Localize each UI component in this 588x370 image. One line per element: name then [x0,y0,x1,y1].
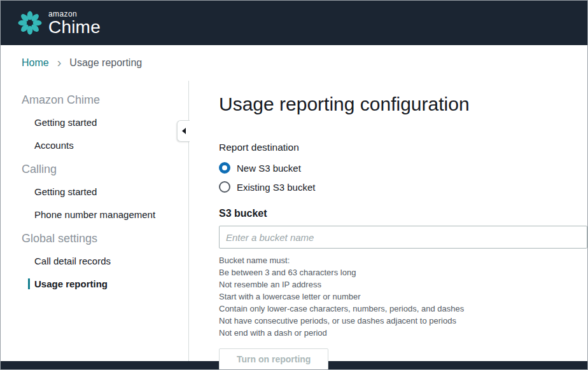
main-panel: Usage reporting configuration Report des… [189,81,587,361]
page-title: Usage reporting configuration [219,93,587,115]
sidebar-heading-calling: Calling [22,163,188,176]
radio-existing-s3-bucket-label: Existing S3 bucket [237,182,315,193]
breadcrumb: Home › Usage reporting [1,45,587,81]
breadcrumb-chevron-icon: › [57,56,62,69]
sidebar-section-calling: Calling Getting started Phone number man… [22,163,188,220]
radio-new-s3-bucket-label: New S3 bucket [237,163,301,174]
sidebar-item-accounts[interactable]: Accounts [22,140,188,151]
breadcrumb-current: Usage reporting [69,57,142,69]
bucket-rule-start: Start with a lowercase letter or number [219,291,587,303]
bucket-rule-charset: Contain only lower-case characters, numb… [219,303,587,315]
breadcrumb-home-link[interactable]: Home [22,57,49,69]
radio-option-existing-s3-bucket[interactable]: Existing S3 bucket [219,181,587,193]
chime-flower-icon [17,10,43,36]
bucket-rule-ip: Not resemble an IP address [219,278,587,291]
bucket-rules-title: Bucket name must: [219,254,587,266]
sidebar-heading-global-settings: Global settings [22,232,188,245]
content-area: Amazon Chime Getting started Accounts Ca… [1,81,587,361]
brand-chime-label: Chime [48,18,101,36]
app-header: amazon Chime [1,1,587,45]
brand-amazon-label: amazon [48,10,101,18]
sidebar-item-phone-number-management[interactable]: Phone number management [22,209,188,220]
bucket-rule-end: Not end with a dash or period [219,327,587,339]
radio-existing-s3-bucket-icon[interactable] [219,181,230,193]
bucket-rule-length: Be between 3 and 63 characters long [219,266,587,278]
bucket-rule-periods: Not have consecutive periods, or use das… [219,315,587,327]
s3-bucket-label: S3 bucket [219,208,587,219]
amazon-chime-logo: amazon Chime [17,10,101,36]
sidebar-item-calling-getting-started[interactable]: Getting started [22,186,188,197]
radio-new-s3-bucket-icon[interactable] [219,162,230,174]
sidebar-heading-amazon-chime: Amazon Chime [22,93,188,107]
sidebar-collapse-button[interactable] [177,120,190,142]
report-destination-label: Report destination [219,142,587,153]
sidebar-nav: Amazon Chime Getting started Accounts Ca… [1,81,189,361]
app-window: amazon Chime Home › Usage reporting Amaz… [0,0,588,370]
brand-text: amazon Chime [48,10,101,36]
radio-option-new-s3-bucket[interactable]: New S3 bucket [219,162,587,174]
turn-on-reporting-button[interactable]: Turn on reporting [219,348,328,370]
collapse-arrow-icon [182,128,186,134]
bucket-name-rules: Bucket name must: Be between 3 and 63 ch… [219,254,587,339]
sidebar-section-global-settings: Global settings Call detail records Usag… [22,232,188,289]
sidebar-item-usage-reporting[interactable]: Usage reporting [28,278,188,289]
sidebar-section-amazon-chime: Amazon Chime Getting started Accounts [22,93,188,151]
sidebar-item-call-detail-records[interactable]: Call detail records [22,256,188,266]
bucket-name-input[interactable] [219,226,587,249]
sidebar-item-getting-started[interactable]: Getting started [22,117,188,128]
